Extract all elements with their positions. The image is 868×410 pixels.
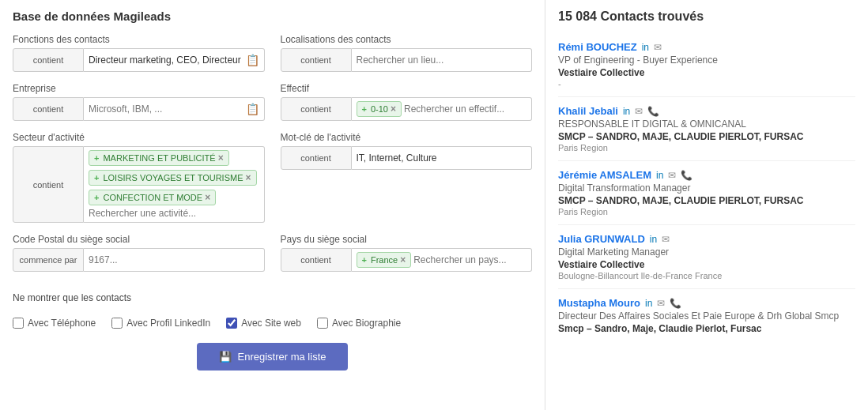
pays-tag: + France ×: [357, 252, 412, 268]
linkedin-icon-4[interactable]: in: [645, 298, 652, 309]
secteur-filter: Secteur d'activité contient + MARKETING …: [13, 132, 265, 223]
email-icon-1[interactable]: ✉: [635, 106, 643, 117]
contact-title-2: Digital Transformation Manager: [558, 182, 855, 194]
contact-name-row-4: Mustapha Mouro in ✉ 📞: [558, 297, 855, 309]
email-icon-3[interactable]: ✉: [662, 234, 670, 245]
motcle-row: contient: [281, 146, 533, 170]
checkbox-biographie[interactable]: Avec Biographie: [317, 318, 401, 329]
localisations-input-wrap: [352, 48, 533, 72]
checkbox-siteweb-input[interactable]: [226, 318, 237, 329]
localisations-input[interactable]: [357, 55, 527, 66]
pays-input[interactable]: [413, 254, 526, 265]
fonctions-input-wrap: 📋: [84, 48, 265, 72]
secteur-tag-1-remove[interactable]: ×: [246, 172, 251, 183]
contact-name-1[interactable]: Khalil Jebali: [558, 105, 618, 117]
linkedin-icon-0[interactable]: in: [642, 42, 649, 53]
secteur-tag-1: + LOISIRS VOYAGES ET TOURISME ×: [89, 170, 257, 186]
email-icon-2[interactable]: ✉: [668, 170, 676, 181]
checkbox-linkedin[interactable]: Avec Profil LinkedIn: [111, 318, 210, 329]
email-icon-0[interactable]: ✉: [654, 42, 662, 53]
entreprise-operator[interactable]: contient: [13, 97, 84, 121]
codepostal-input-wrap: [84, 248, 265, 272]
fonctions-input[interactable]: [89, 55, 243, 66]
pays-tag-remove[interactable]: ×: [400, 254, 406, 265]
phone-icon-4[interactable]: 📞: [670, 298, 681, 309]
effectif-filter: Effectif contient + 0-10 ×: [281, 83, 533, 121]
checkbox-telephone-label: Avec Téléphone: [28, 318, 96, 329]
contact-title-3: Digital Marketing Manager: [558, 246, 855, 258]
contacts-found-label: Contacts trouvés: [600, 9, 704, 23]
fonctions-operator[interactable]: contient: [13, 48, 84, 72]
contact-name-4[interactable]: Mustapha Mouro: [558, 297, 640, 309]
entreprise-input-wrap: 📋: [84, 97, 265, 121]
secteur-tag-2-remove[interactable]: ×: [205, 192, 210, 203]
right-panel: 15 084 Contacts trouvés Rémi BOUCHEZ in …: [545, 0, 868, 410]
effectif-row: contient + 0-10 ×: [281, 97, 533, 121]
pays-input-wrap: + France ×: [352, 248, 533, 272]
contacts-count: 15 084: [558, 9, 597, 23]
effectif-tag-remove[interactable]: ×: [391, 103, 396, 115]
linkedin-icon-1[interactable]: in: [623, 106, 630, 117]
entreprise-paste-icon[interactable]: 📋: [246, 103, 259, 115]
secteur-input-wrap: + MARKETING ET PUBLICITÉ × + LOISIRS VOY…: [84, 146, 265, 223]
checkbox-telephone[interactable]: Avec Téléphone: [13, 318, 96, 329]
contact-name-0[interactable]: Rémi BOUCHEZ: [558, 41, 637, 53]
contact-location-1: Paris Region: [558, 143, 855, 152]
effectif-input-wrap: + 0-10 ×: [352, 97, 533, 121]
contact-company-3: Vestiaire Collective: [558, 259, 855, 270]
contact-location-2: Paris Region: [558, 207, 855, 216]
phone-icon-2[interactable]: 📞: [681, 170, 693, 181]
contact-card-4: Mustapha Mouro in ✉ 📞 Directeur Des Affa…: [558, 289, 855, 343]
checkbox-siteweb-label: Avec Site web: [241, 318, 301, 329]
checkbox-telephone-input[interactable]: [13, 318, 24, 329]
motcle-operator[interactable]: contient: [281, 146, 352, 170]
phone-icon-1[interactable]: 📞: [647, 106, 659, 117]
checkbox-biographie-input[interactable]: [317, 318, 328, 329]
contact-card-1: Khalil Jebali in ✉ 📞 RESPONSABLE IT DIGI…: [558, 97, 855, 161]
entreprise-filter: Entreprise contient 📋: [13, 83, 265, 121]
left-panel: Base de données Magileads Fonctions des …: [0, 0, 545, 410]
contact-card-0: Rémi BOUCHEZ in ✉ VP of Engineering - Bu…: [558, 33, 855, 97]
linkedin-icon-3[interactable]: in: [650, 234, 657, 245]
secteur-operator[interactable]: contient: [13, 146, 84, 223]
effectif-label: Effectif: [281, 83, 533, 94]
checkbox-linkedin-label: Avec Profil LinkedIn: [126, 318, 210, 329]
contact-name-3[interactable]: Julia GRUNWALD: [558, 233, 645, 245]
contact-name-row-2: Jérémie AMSALEM in ✉ 📞: [558, 169, 855, 181]
secteur-row: contient + MARKETING ET PUBLICITÉ × + LO: [13, 146, 265, 223]
fonctions-row: contient 📋: [13, 48, 265, 72]
secteur-label: Secteur d'activité: [13, 132, 265, 143]
paste-icon[interactable]: 📋: [246, 54, 259, 66]
codepostal-row: commence par: [13, 248, 265, 272]
secteur-tag-0-remove[interactable]: ×: [218, 152, 224, 164]
contact-name-2[interactable]: Jérémie AMSALEM: [558, 169, 651, 181]
codepostal-operator[interactable]: commence par: [13, 248, 84, 272]
localisations-operator[interactable]: contient: [281, 48, 352, 72]
effectif-operator[interactable]: contient: [281, 97, 352, 121]
localisations-label: Localisations des contacts: [281, 34, 533, 45]
secteur-input[interactable]: [89, 208, 259, 219]
register-button[interactable]: 💾 Enregistrer ma liste: [197, 343, 349, 371]
codepostal-input[interactable]: [89, 254, 259, 265]
contact-card-2: Jérémie AMSALEM in ✉ 📞 Digital Transform…: [558, 161, 855, 225]
register-label: Enregistrer ma liste: [238, 351, 326, 363]
fonctions-label: Fonctions des contacts: [13, 34, 265, 45]
email-icon-4[interactable]: ✉: [657, 298, 665, 309]
pays-row: contient + France ×: [281, 248, 533, 272]
checkbox-linkedin-input[interactable]: [111, 318, 123, 329]
contact-name-row-0: Rémi BOUCHEZ in ✉: [558, 41, 855, 53]
motcle-input[interactable]: [357, 152, 527, 164]
codepostal-label: Code Postal du siège social: [13, 234, 265, 245]
pays-operator[interactable]: contient: [281, 248, 352, 272]
entreprise-input[interactable]: [89, 103, 243, 115]
ne-montrer-label: Ne montrer que les contacts: [13, 292, 532, 303]
effectif-tag: + 0-10 ×: [357, 101, 402, 117]
secteur-tag-0: + MARKETING ET PUBLICITÉ ×: [89, 150, 229, 166]
checkbox-siteweb[interactable]: Avec Site web: [226, 318, 301, 329]
contact-title-4: Directeur Des Affaires Sociales Et Paie …: [558, 310, 855, 322]
linkedin-icon-2[interactable]: in: [656, 170, 663, 181]
contact-company-0: Vestiaire Collective: [558, 67, 855, 78]
checkbox-row: Avec Téléphone Avec Profil LinkedIn Avec…: [13, 318, 532, 329]
contact-location-3: Boulogne-Billancourt Ile-de-France Franc…: [558, 271, 855, 280]
effectif-input[interactable]: [404, 103, 526, 115]
